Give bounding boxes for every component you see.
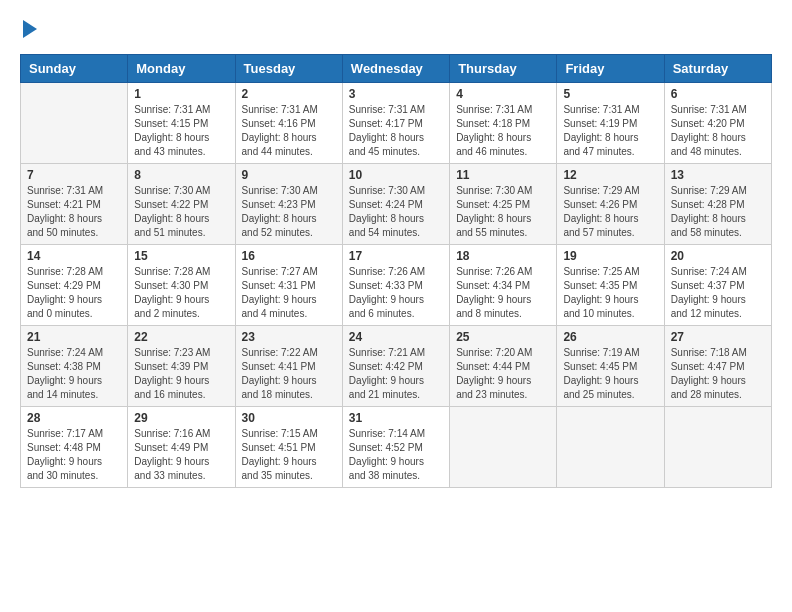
cell-content: Sunrise: 7:28 AM Sunset: 4:30 PM Dayligh… bbox=[134, 265, 228, 321]
calendar-cell: 24Sunrise: 7:21 AM Sunset: 4:42 PM Dayli… bbox=[342, 326, 449, 407]
calendar-cell: 3Sunrise: 7:31 AM Sunset: 4:17 PM Daylig… bbox=[342, 83, 449, 164]
cell-content: Sunrise: 7:26 AM Sunset: 4:34 PM Dayligh… bbox=[456, 265, 550, 321]
calendar-cell: 30Sunrise: 7:15 AM Sunset: 4:51 PM Dayli… bbox=[235, 407, 342, 488]
day-number: 22 bbox=[134, 330, 228, 344]
cell-content: Sunrise: 7:22 AM Sunset: 4:41 PM Dayligh… bbox=[242, 346, 336, 402]
cell-content: Sunrise: 7:20 AM Sunset: 4:44 PM Dayligh… bbox=[456, 346, 550, 402]
cell-content: Sunrise: 7:31 AM Sunset: 4:20 PM Dayligh… bbox=[671, 103, 765, 159]
calendar-cell: 16Sunrise: 7:27 AM Sunset: 4:31 PM Dayli… bbox=[235, 245, 342, 326]
logo bbox=[20, 20, 37, 38]
calendar-cell: 14Sunrise: 7:28 AM Sunset: 4:29 PM Dayli… bbox=[21, 245, 128, 326]
day-number: 2 bbox=[242, 87, 336, 101]
day-number: 1 bbox=[134, 87, 228, 101]
day-number: 26 bbox=[563, 330, 657, 344]
calendar-week-1: 1Sunrise: 7:31 AM Sunset: 4:15 PM Daylig… bbox=[21, 83, 772, 164]
cell-content: Sunrise: 7:23 AM Sunset: 4:39 PM Dayligh… bbox=[134, 346, 228, 402]
cell-content: Sunrise: 7:24 AM Sunset: 4:37 PM Dayligh… bbox=[671, 265, 765, 321]
calendar-cell bbox=[450, 407, 557, 488]
day-number: 20 bbox=[671, 249, 765, 263]
weekday-header-thursday: Thursday bbox=[450, 55, 557, 83]
day-number: 19 bbox=[563, 249, 657, 263]
weekday-header-saturday: Saturday bbox=[664, 55, 771, 83]
cell-content: Sunrise: 7:16 AM Sunset: 4:49 PM Dayligh… bbox=[134, 427, 228, 483]
day-number: 6 bbox=[671, 87, 765, 101]
day-number: 28 bbox=[27, 411, 121, 425]
weekday-header-friday: Friday bbox=[557, 55, 664, 83]
calendar-cell: 4Sunrise: 7:31 AM Sunset: 4:18 PM Daylig… bbox=[450, 83, 557, 164]
calendar-cell: 17Sunrise: 7:26 AM Sunset: 4:33 PM Dayli… bbox=[342, 245, 449, 326]
calendar-cell bbox=[21, 83, 128, 164]
calendar-week-4: 21Sunrise: 7:24 AM Sunset: 4:38 PM Dayli… bbox=[21, 326, 772, 407]
cell-content: Sunrise: 7:17 AM Sunset: 4:48 PM Dayligh… bbox=[27, 427, 121, 483]
cell-content: Sunrise: 7:18 AM Sunset: 4:47 PM Dayligh… bbox=[671, 346, 765, 402]
weekday-header-wednesday: Wednesday bbox=[342, 55, 449, 83]
cell-content: Sunrise: 7:31 AM Sunset: 4:17 PM Dayligh… bbox=[349, 103, 443, 159]
day-number: 31 bbox=[349, 411, 443, 425]
cell-content: Sunrise: 7:21 AM Sunset: 4:42 PM Dayligh… bbox=[349, 346, 443, 402]
calendar-cell: 25Sunrise: 7:20 AM Sunset: 4:44 PM Dayli… bbox=[450, 326, 557, 407]
cell-content: Sunrise: 7:29 AM Sunset: 4:26 PM Dayligh… bbox=[563, 184, 657, 240]
logo-arrow-icon bbox=[23, 20, 37, 38]
calendar-cell: 15Sunrise: 7:28 AM Sunset: 4:30 PM Dayli… bbox=[128, 245, 235, 326]
calendar-cell: 5Sunrise: 7:31 AM Sunset: 4:19 PM Daylig… bbox=[557, 83, 664, 164]
cell-content: Sunrise: 7:31 AM Sunset: 4:19 PM Dayligh… bbox=[563, 103, 657, 159]
calendar-cell: 29Sunrise: 7:16 AM Sunset: 4:49 PM Dayli… bbox=[128, 407, 235, 488]
day-number: 5 bbox=[563, 87, 657, 101]
calendar-header-row: SundayMondayTuesdayWednesdayThursdayFrid… bbox=[21, 55, 772, 83]
cell-content: Sunrise: 7:30 AM Sunset: 4:22 PM Dayligh… bbox=[134, 184, 228, 240]
day-number: 24 bbox=[349, 330, 443, 344]
calendar-cell: 12Sunrise: 7:29 AM Sunset: 4:26 PM Dayli… bbox=[557, 164, 664, 245]
calendar-cell: 20Sunrise: 7:24 AM Sunset: 4:37 PM Dayli… bbox=[664, 245, 771, 326]
calendar-cell: 28Sunrise: 7:17 AM Sunset: 4:48 PM Dayli… bbox=[21, 407, 128, 488]
weekday-header-sunday: Sunday bbox=[21, 55, 128, 83]
cell-content: Sunrise: 7:14 AM Sunset: 4:52 PM Dayligh… bbox=[349, 427, 443, 483]
weekday-header-monday: Monday bbox=[128, 55, 235, 83]
logo-blue bbox=[20, 20, 37, 38]
weekday-header-tuesday: Tuesday bbox=[235, 55, 342, 83]
calendar-cell bbox=[664, 407, 771, 488]
calendar-cell: 18Sunrise: 7:26 AM Sunset: 4:34 PM Dayli… bbox=[450, 245, 557, 326]
day-number: 17 bbox=[349, 249, 443, 263]
calendar-cell: 1Sunrise: 7:31 AM Sunset: 4:15 PM Daylig… bbox=[128, 83, 235, 164]
calendar-cell bbox=[557, 407, 664, 488]
calendar-cell: 9Sunrise: 7:30 AM Sunset: 4:23 PM Daylig… bbox=[235, 164, 342, 245]
cell-content: Sunrise: 7:31 AM Sunset: 4:18 PM Dayligh… bbox=[456, 103, 550, 159]
calendar-cell: 23Sunrise: 7:22 AM Sunset: 4:41 PM Dayli… bbox=[235, 326, 342, 407]
day-number: 16 bbox=[242, 249, 336, 263]
cell-content: Sunrise: 7:30 AM Sunset: 4:23 PM Dayligh… bbox=[242, 184, 336, 240]
day-number: 10 bbox=[349, 168, 443, 182]
calendar-cell: 27Sunrise: 7:18 AM Sunset: 4:47 PM Dayli… bbox=[664, 326, 771, 407]
day-number: 7 bbox=[27, 168, 121, 182]
day-number: 25 bbox=[456, 330, 550, 344]
day-number: 11 bbox=[456, 168, 550, 182]
day-number: 13 bbox=[671, 168, 765, 182]
day-number: 23 bbox=[242, 330, 336, 344]
calendar-table: SundayMondayTuesdayWednesdayThursdayFrid… bbox=[20, 54, 772, 488]
cell-content: Sunrise: 7:31 AM Sunset: 4:15 PM Dayligh… bbox=[134, 103, 228, 159]
cell-content: Sunrise: 7:25 AM Sunset: 4:35 PM Dayligh… bbox=[563, 265, 657, 321]
calendar-cell: 8Sunrise: 7:30 AM Sunset: 4:22 PM Daylig… bbox=[128, 164, 235, 245]
calendar-cell: 7Sunrise: 7:31 AM Sunset: 4:21 PM Daylig… bbox=[21, 164, 128, 245]
calendar-cell: 21Sunrise: 7:24 AM Sunset: 4:38 PM Dayli… bbox=[21, 326, 128, 407]
cell-content: Sunrise: 7:19 AM Sunset: 4:45 PM Dayligh… bbox=[563, 346, 657, 402]
calendar-cell: 13Sunrise: 7:29 AM Sunset: 4:28 PM Dayli… bbox=[664, 164, 771, 245]
calendar-cell: 22Sunrise: 7:23 AM Sunset: 4:39 PM Dayli… bbox=[128, 326, 235, 407]
day-number: 8 bbox=[134, 168, 228, 182]
calendar-week-5: 28Sunrise: 7:17 AM Sunset: 4:48 PM Dayli… bbox=[21, 407, 772, 488]
day-number: 9 bbox=[242, 168, 336, 182]
day-number: 27 bbox=[671, 330, 765, 344]
day-number: 21 bbox=[27, 330, 121, 344]
day-number: 3 bbox=[349, 87, 443, 101]
cell-content: Sunrise: 7:27 AM Sunset: 4:31 PM Dayligh… bbox=[242, 265, 336, 321]
day-number: 4 bbox=[456, 87, 550, 101]
calendar-cell: 2Sunrise: 7:31 AM Sunset: 4:16 PM Daylig… bbox=[235, 83, 342, 164]
cell-content: Sunrise: 7:28 AM Sunset: 4:29 PM Dayligh… bbox=[27, 265, 121, 321]
calendar-week-3: 14Sunrise: 7:28 AM Sunset: 4:29 PM Dayli… bbox=[21, 245, 772, 326]
day-number: 14 bbox=[27, 249, 121, 263]
calendar-cell: 6Sunrise: 7:31 AM Sunset: 4:20 PM Daylig… bbox=[664, 83, 771, 164]
cell-content: Sunrise: 7:31 AM Sunset: 4:16 PM Dayligh… bbox=[242, 103, 336, 159]
day-number: 15 bbox=[134, 249, 228, 263]
day-number: 12 bbox=[563, 168, 657, 182]
cell-content: Sunrise: 7:26 AM Sunset: 4:33 PM Dayligh… bbox=[349, 265, 443, 321]
day-number: 18 bbox=[456, 249, 550, 263]
